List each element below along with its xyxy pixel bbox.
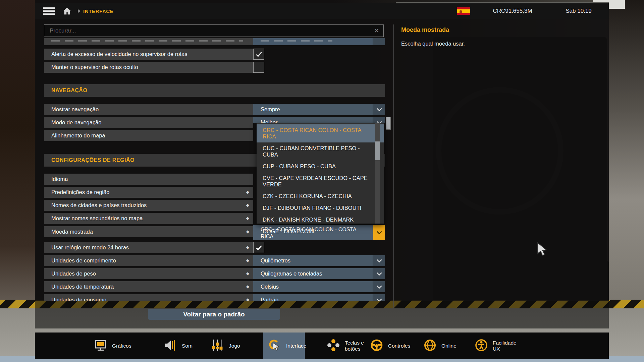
- section-header-navigation: NAVEGAÇÃO: [44, 84, 385, 97]
- diamond-icon: ◆: [246, 187, 249, 198]
- list-scrollbar-thumb[interactable]: [375, 141, 380, 160]
- page-scrollbar-thumb[interactable]: [386, 117, 391, 130]
- breadcrumb: INTERFACE: [83, 8, 113, 14]
- dropdown-option[interactable]: CUC - CUBAN CONVERTIBLE PESO - CUBA: [257, 142, 384, 161]
- setting-label-secondary-names[interactable]: Mostrar nomes secundários no mapa ◆: [44, 213, 253, 224]
- setting-label-currency[interactable]: Moeda mostrada ◆: [44, 226, 253, 237]
- tab-sound[interactable]: Som: [163, 333, 193, 359]
- clipped-navigation-mode-dropdown: Melhor: [253, 117, 385, 123]
- dropdown-length-units[interactable]: Quilômetros: [253, 255, 373, 266]
- clipped-row-label[interactable]: [44, 38, 253, 45]
- setting-label-show-navigation[interactable]: Mostrar navegação: [44, 104, 253, 115]
- setting-label-text: Unidades de peso: [51, 270, 96, 277]
- setting-label-hide-advisor[interactable]: Manter o supervisor de rotas oculto: [44, 62, 253, 73]
- chevron-down-icon[interactable]: [373, 104, 385, 115]
- chevron-down-icon[interactable]: [373, 268, 385, 279]
- reset-defaults-button[interactable]: Voltar para o padrão: [148, 309, 280, 320]
- chevron-down-icon[interactable]: [373, 281, 385, 292]
- search-box[interactable]: ✕: [44, 24, 384, 37]
- diamond-icon: ◆: [246, 200, 249, 211]
- setting-label-text: Mostrar nomes secundários no mapa: [51, 215, 143, 221]
- setting-label-text: Unidades de temperatura: [51, 284, 114, 290]
- tab-label: Teclas e botões: [345, 340, 372, 352]
- chevron-down-icon[interactable]: [373, 117, 385, 123]
- speaker-icon: [163, 338, 177, 354]
- monitor-icon: [94, 338, 108, 354]
- clear-search-icon[interactable]: ✕: [374, 27, 379, 35]
- spain-flag-icon[interactable]: [457, 7, 470, 15]
- setting-label-navigation-mode[interactable]: Modo de navegação: [44, 117, 253, 128]
- dropdown-consumption-units[interactable]: Padrão: [253, 294, 373, 301]
- dropdown-option[interactable]: CUP - CUBAN PESO - CUBA: [257, 161, 384, 172]
- sliders-icon: [210, 338, 224, 354]
- tab-keys-buttons[interactable]: Teclas e botões: [326, 333, 372, 359]
- tab-label: Interface: [286, 343, 306, 349]
- tab-label: Facilidade UX: [493, 340, 521, 352]
- setting-label-consumption-units[interactable]: Unidades de consumo ◆: [44, 294, 253, 301]
- diamond-icon: ◆: [246, 255, 249, 266]
- setting-label-weight-units[interactable]: Unidades de peso ◆: [44, 268, 253, 279]
- game-clock: Sáb 10:19: [557, 8, 600, 14]
- menu-hamburger-icon[interactable]: [43, 7, 55, 15]
- setting-label-text: Usar relógio em modo 24 horas: [51, 244, 129, 250]
- dropdown-option-highlighted[interactable]: CRC - COSTA RICAN COLON - COSTA RICA: [257, 124, 384, 142]
- chevron-down-icon[interactable]: [373, 294, 385, 301]
- checkbox-speed-alert[interactable]: [253, 49, 264, 60]
- accessibility-icon: [474, 338, 488, 354]
- setting-label-length-units[interactable]: Unidades de comprimento ◆: [44, 255, 253, 266]
- settings-nav-bar: Gráficos Som: [35, 333, 609, 359]
- tab-online[interactable]: Online: [423, 333, 457, 359]
- game-settings-screen: INTERFACE CRC91.655,3M Sáb 10:19 ✕ Moeda…: [0, 0, 644, 362]
- dropdown-navigation-mode[interactable]: Melhor: [253, 117, 373, 123]
- tab-label: Online: [441, 343, 457, 349]
- tab-label: Jogo: [229, 343, 240, 349]
- dropdown-option[interactable]: CZK - CZECH KORUNA - CZECHIA: [257, 190, 384, 202]
- detail-title: Moeda mostrada: [401, 26, 449, 34]
- setting-label-region-presets[interactable]: Predefinições de região ◆: [44, 187, 253, 198]
- search-input[interactable]: [44, 25, 383, 37]
- settings-panel: ✕ Moeda mostrada Escolha qual moeda usar…: [35, 19, 609, 328]
- tab-interface[interactable]: Interface: [263, 333, 305, 359]
- tab-graphics[interactable]: Gráficos: [94, 333, 131, 359]
- tab-label: Gráficos: [112, 343, 131, 349]
- dropdown-temperature-units[interactable]: Celsius: [253, 281, 373, 292]
- diamond-icon: ◆: [246, 268, 249, 279]
- panel-footer: [35, 301, 609, 328]
- diamond-icon: ◆: [246, 213, 249, 224]
- steering-wheel-icon: [370, 338, 384, 354]
- money-balance: CRC91.655,3M: [479, 8, 546, 14]
- diamond-icon: ◆: [246, 294, 249, 301]
- setting-label-language[interactable]: Idioma: [44, 174, 253, 185]
- clipped-row-bottom: Unidades de consumo ◆ Padrão: [44, 294, 385, 301]
- tab-label: Controles: [388, 343, 410, 349]
- chevron-down-icon[interactable]: [373, 255, 385, 266]
- setting-label-24h-clock[interactable]: Usar relógio em modo 24 horas ◆: [44, 242, 253, 253]
- dropdown-option[interactable]: DKK - DANISH KRONE - DENMARK: [257, 214, 384, 226]
- checkbox-hide-advisor[interactable]: [253, 62, 264, 73]
- setting-label-text: Predefinições de região: [51, 189, 109, 195]
- tab-game[interactable]: Jogo: [210, 333, 240, 359]
- dropdown-show-navigation[interactable]: Sempre: [253, 104, 373, 115]
- dropdown-option[interactable]: DJF - DJIBOUTIAN FRANC - DJIBOUTI: [257, 202, 384, 214]
- detail-description: Escolha qual moeda usar.: [401, 41, 465, 47]
- currency-dropdown-list: CRC - COSTA RICAN COLON - COSTA RICA CUC…: [257, 123, 384, 224]
- setting-label-temperature-units[interactable]: Unidades de temperatura ◆: [44, 281, 253, 292]
- top-bar: INTERFACE CRC91.655,3M Sáb 10:19: [35, 3, 609, 19]
- clipped-row-chevron[interactable]: [373, 38, 385, 45]
- setting-label-speed-alert[interactable]: Alerta de excesso de velocidade no super…: [44, 49, 253, 60]
- mouse-cursor: [535, 242, 550, 259]
- setting-label-translated-names[interactable]: Nomes de cidades e países traduzidos ◆: [44, 200, 253, 211]
- list-scrollbar-track[interactable]: [375, 123, 380, 224]
- dropdown-option[interactable]: DOGE - DOGECOIN: [257, 226, 384, 237]
- cursor-swirl-icon: [268, 338, 282, 354]
- buttons-icon: [326, 338, 340, 354]
- setting-label-map-alignment[interactable]: Alinhamento do mapa: [44, 130, 253, 141]
- tab-controls[interactable]: Controles: [370, 333, 410, 359]
- clipped-row-dropdown[interactable]: [253, 38, 373, 45]
- dropdown-option[interactable]: CVE - CAPE VERDEAN ESCUDO - CAPE VERDE: [257, 172, 384, 190]
- globe-icon: [423, 338, 437, 354]
- home-icon[interactable]: [62, 6, 72, 18]
- checkbox-24h-clock[interactable]: [253, 242, 264, 253]
- dropdown-weight-units[interactable]: Quilogramas e toneladas: [253, 268, 373, 279]
- tab-accessibility[interactable]: Facilidade UX: [474, 333, 521, 359]
